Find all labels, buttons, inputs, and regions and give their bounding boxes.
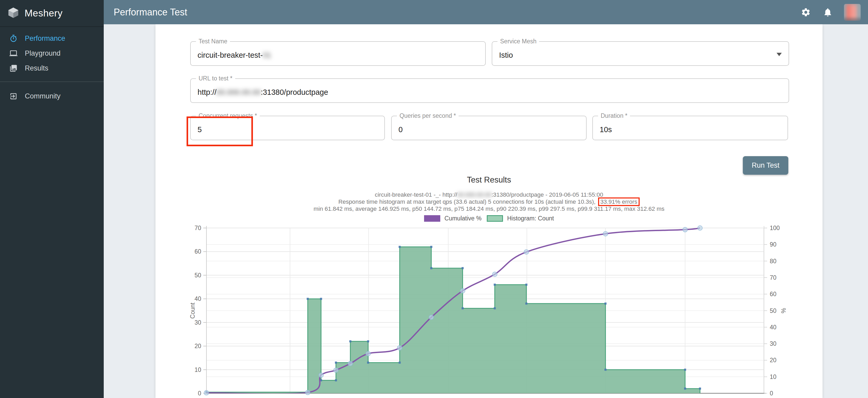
gear-icon	[801, 7, 811, 17]
notifications-button[interactable]	[822, 6, 834, 18]
concurrent-requests-field[interactable]: Concurrent requests * 5	[190, 116, 385, 140]
redacted-text: 00.000.00.00	[217, 88, 261, 96]
brand-name: Meshery	[25, 8, 62, 19]
svg-text:20: 20	[770, 357, 777, 364]
url-field[interactable]: URL to test * http://00.000.00.00:31380/…	[190, 78, 789, 103]
errors-annotation: 33.91% errors	[598, 197, 640, 206]
test-results-title: Test Results	[155, 175, 823, 185]
svg-text:10: 10	[770, 373, 777, 380]
sidebar-item-performance[interactable]: Performance	[0, 31, 104, 46]
svg-text:70: 70	[770, 274, 777, 281]
svg-text:30: 30	[770, 340, 777, 347]
meshery-app: Meshery Performance Playground Results C…	[0, 0, 868, 398]
main-content: Test Name circuit-breaker-test-01 Servic…	[104, 24, 868, 398]
legend-label: Histogram: Count	[507, 215, 554, 222]
sidebar-item-community[interactable]: Community	[0, 89, 104, 104]
svg-text:60: 60	[770, 291, 777, 297]
legend-item-cumulative[interactable]: Cumulative %	[424, 215, 482, 222]
svg-text:90: 90	[770, 241, 777, 248]
legend-item-histogram[interactable]: Histogram: Count	[487, 215, 554, 222]
chevron-down-icon	[777, 53, 782, 56]
duration-label: Duration *	[598, 112, 630, 119]
sidebar: Meshery Performance Playground Results C…	[0, 0, 104, 398]
sidebar-divider	[0, 81, 104, 82]
photo-library-icon	[9, 64, 18, 72]
svg-text:40: 40	[194, 295, 201, 302]
svg-text:80: 80	[770, 258, 777, 265]
result-summary-line2: Response time histogram at max target qp…	[155, 198, 823, 205]
url-value: http://00.000.00.00:31380/productpage	[197, 88, 328, 97]
redacted-text: 00.000.00.00	[457, 192, 492, 198]
exit-to-app-icon	[9, 92, 18, 100]
duration-value: 10s	[600, 125, 612, 134]
brand[interactable]: Meshery	[0, 0, 104, 27]
svg-text:70: 70	[194, 225, 201, 231]
service-mesh-label: Service Mesh	[497, 38, 539, 45]
page-title: Performance Test	[104, 7, 800, 18]
sidebar-nav: Performance Playground Results Community	[0, 27, 104, 104]
test-name-value: circuit-breaker-test-01	[197, 51, 271, 60]
svg-text:60: 60	[194, 248, 201, 255]
response-time-histogram-chart: 0102030405060700102030405060708090100Cou…	[155, 222, 823, 398]
svg-text:50: 50	[770, 307, 777, 314]
sidebar-item-label: Playground	[25, 49, 61, 58]
duration-field[interactable]: Duration * 10s	[592, 116, 788, 140]
sidebar-item-playground[interactable]: Playground	[0, 46, 104, 61]
sidebar-item-results[interactable]: Results	[0, 61, 104, 76]
meshery-logo-icon	[7, 7, 19, 20]
concurrent-requests-label: Concurrent requests *	[196, 112, 260, 119]
svg-text:Count: Count	[189, 302, 196, 319]
performance-test-card: Test Name circuit-breaker-test-01 Servic…	[155, 24, 823, 398]
sidebar-item-label: Community	[25, 92, 61, 100]
svg-text:0: 0	[198, 390, 201, 397]
qps-field[interactable]: Queries per second * 0	[391, 116, 587, 140]
header: Performance Test	[104, 0, 868, 24]
qps-label: Queries per second *	[397, 112, 459, 119]
sidebar-item-label: Performance	[25, 34, 65, 42]
timer-icon	[9, 34, 18, 42]
svg-text:30: 30	[194, 319, 201, 326]
avatar-blurred-image	[844, 4, 861, 21]
legend-label: Cumulative %	[444, 215, 482, 222]
svg-text:20: 20	[194, 343, 201, 350]
bell-icon	[823, 7, 833, 17]
header-actions	[800, 4, 868, 21]
service-mesh-select[interactable]: Service Mesh Istio	[492, 41, 789, 66]
result-summary-line3: min 61.842 ms, average 146.925 ms, p50 1…	[155, 205, 823, 212]
result-summary-line1: circuit-breaker-test-01 -_- http://00.00…	[155, 192, 823, 198]
avatar[interactable]	[844, 4, 861, 21]
svg-text:50: 50	[194, 272, 201, 279]
laptop-icon	[9, 49, 18, 58]
test-name-field[interactable]: Test Name circuit-breaker-test-01	[190, 41, 486, 66]
svg-text:100: 100	[770, 225, 780, 231]
svg-text:0: 0	[770, 390, 773, 397]
url-label: URL to test *	[196, 75, 235, 82]
svg-text:%: %	[780, 308, 787, 313]
run-test-button[interactable]: Run Test	[743, 156, 788, 175]
chart-legend: Cumulative % Histogram: Count	[155, 215, 823, 222]
redacted-text: 01	[263, 51, 271, 59]
qps-value: 0	[399, 125, 403, 134]
test-name-label: Test Name	[196, 38, 230, 45]
svg-text:40: 40	[770, 324, 777, 331]
sidebar-item-label: Results	[25, 64, 48, 72]
svg-text:10: 10	[194, 366, 201, 373]
cumulative-swatch-icon	[424, 215, 440, 222]
service-mesh-value: Istio	[499, 51, 513, 60]
histogram-swatch-icon	[487, 215, 503, 222]
concurrent-requests-value: 5	[197, 125, 202, 134]
settings-button[interactable]	[800, 6, 812, 18]
